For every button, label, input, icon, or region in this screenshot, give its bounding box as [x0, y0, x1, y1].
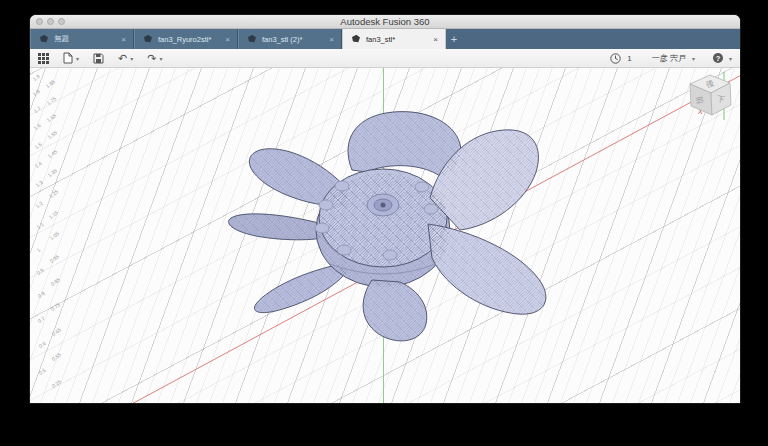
- tab-close-icon[interactable]: ×: [432, 35, 439, 44]
- quick-access-toolbar: ▾ ↶ ▾ ↷ ▾: [30, 49, 740, 68]
- redo-button[interactable]: ↷ ▾: [147, 53, 162, 63]
- mesh-texture: [229, 112, 546, 341]
- chevron-down-icon: ▾: [130, 55, 133, 62]
- svg-text:下: 下: [716, 94, 725, 104]
- file-menu-button[interactable]: ▾: [63, 52, 79, 64]
- desktop-background: Autodesk Fusion 360 無題 × fan3_Ryuro2stl*…: [0, 0, 768, 446]
- document-icon: [39, 34, 49, 44]
- document-tab-bar: 無題 × fan3_Ryuro2stl* × fan3_stl (2)* × f…: [30, 29, 740, 49]
- window-title: Autodesk Fusion 360: [30, 15, 740, 28]
- save-icon: [93, 53, 104, 64]
- tab-close-icon[interactable]: ×: [224, 35, 231, 44]
- chevron-down-icon: ▾: [729, 55, 732, 62]
- clock-icon: [610, 53, 621, 64]
- tab-label: fan3_stl*: [366, 35, 427, 44]
- save-button[interactable]: [93, 53, 104, 64]
- new-tab-button[interactable]: +: [446, 29, 462, 49]
- chevron-down-icon: ▾: [76, 55, 79, 62]
- tab-close-icon[interactable]: ×: [328, 35, 335, 44]
- document-icon: [143, 34, 153, 44]
- tab-label: 無題: [54, 34, 115, 44]
- tab-close-icon[interactable]: ×: [120, 35, 127, 44]
- redo-icon: ↷: [147, 53, 156, 63]
- fan-model[interactable]: [30, 68, 740, 403]
- help-button[interactable]: ?: [713, 53, 723, 63]
- job-count: 1: [627, 54, 631, 63]
- document-icon: [247, 34, 257, 44]
- chevron-down-icon: ▾: [159, 55, 162, 62]
- fusion360-window: Autodesk Fusion 360 無題 × fan3_Ryuro2stl*…: [30, 15, 740, 403]
- tab-fan3-ryuro2stl[interactable]: fan3_Ryuro2stl* ×: [134, 29, 238, 49]
- 3d-viewport-canvas[interactable]: 1.91.851.81.751.71.651.61.551.51.451.41.…: [30, 68, 740, 403]
- data-panel-grid-icon: [38, 53, 49, 64]
- toolbar-right-cluster: 1 一彦 宍戸 ▾ ? ▾: [610, 53, 732, 64]
- tab-label: fan3_Ryuro2stl*: [158, 35, 219, 44]
- tab-label: fan3_stl (2)*: [262, 35, 323, 44]
- tab-fan3-stl-active[interactable]: fan3_stl* ×: [342, 29, 446, 49]
- tab-fan3-stl-2[interactable]: fan3_stl (2)* ×: [238, 29, 342, 49]
- undo-icon: ↶: [118, 53, 127, 63]
- file-icon: [63, 52, 73, 64]
- viewcube[interactable]: 後 前 下: [680, 70, 740, 126]
- user-account-button[interactable]: 一彦 宍戸: [652, 53, 686, 64]
- titlebar[interactable]: Autodesk Fusion 360: [30, 15, 740, 29]
- tab-untitled[interactable]: 無題 ×: [30, 29, 134, 49]
- data-panel-toggle[interactable]: [38, 53, 49, 64]
- document-icon: [351, 34, 361, 44]
- job-status-button[interactable]: [610, 53, 621, 64]
- undo-button[interactable]: ↶ ▾: [118, 53, 133, 63]
- chevron-down-icon: ▾: [692, 55, 695, 62]
